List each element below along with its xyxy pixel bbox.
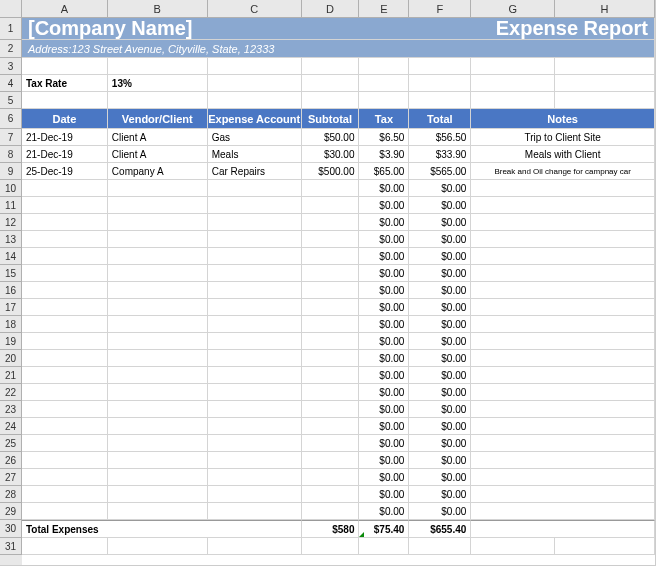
row-header-20[interactable]: 20 — [0, 350, 22, 367]
cell-vendor-22[interactable] — [108, 384, 208, 400]
cell-date-24[interactable] — [22, 418, 108, 434]
cell-subtotal-7[interactable]: $50.00 — [302, 129, 360, 145]
cell-date-16[interactable] — [22, 282, 108, 298]
cell-vendor-15[interactable] — [108, 265, 208, 281]
cell-notes-27[interactable] — [471, 469, 655, 485]
cell-date-12[interactable] — [22, 214, 108, 230]
cell-vendor-25[interactable] — [108, 435, 208, 451]
cell-date-15[interactable] — [22, 265, 108, 281]
column-header-e[interactable]: E — [359, 0, 409, 18]
cell-date-14[interactable] — [22, 248, 108, 264]
cell-3-7[interactable] — [555, 58, 655, 74]
row-header-28[interactable]: 28 — [0, 486, 22, 503]
cell-date-7[interactable]: 21-Dec-19 — [22, 129, 108, 145]
cell-date-21[interactable] — [22, 367, 108, 383]
cell-account-28[interactable] — [208, 486, 302, 502]
cell-subtotal-25[interactable] — [302, 435, 360, 451]
cell-notes-25[interactable] — [471, 435, 655, 451]
cell-vendor-17[interactable] — [108, 299, 208, 315]
cell-tax-15[interactable]: $0.00 — [359, 265, 409, 281]
cell-account-17[interactable] — [208, 299, 302, 315]
row-header-24[interactable]: 24 — [0, 418, 22, 435]
cell-vendor-12[interactable] — [108, 214, 208, 230]
cell-subtotal-17[interactable] — [302, 299, 360, 315]
cell-31-5[interactable] — [409, 538, 471, 554]
cell-total-9[interactable]: $565.00 — [409, 163, 471, 179]
row-header-19[interactable]: 19 — [0, 333, 22, 350]
cell-notes-22[interactable] — [471, 384, 655, 400]
cell-account-8[interactable]: Meals — [208, 146, 302, 162]
row-header-18[interactable]: 18 — [0, 316, 22, 333]
cell-account-10[interactable] — [208, 180, 302, 196]
cell-31-0[interactable] — [22, 538, 108, 554]
cell-subtotal-9[interactable]: $500.00 — [302, 163, 360, 179]
cell-tax-17[interactable]: $0.00 — [359, 299, 409, 315]
cell-3-6[interactable] — [471, 58, 555, 74]
cell-notes-9[interactable]: Break and Oil change for campnay car — [471, 163, 655, 179]
cell-notes-10[interactable] — [471, 180, 655, 196]
cell-3-4[interactable] — [359, 58, 409, 74]
cell-total-17[interactable]: $0.00 — [409, 299, 471, 315]
cell-3-2[interactable] — [208, 58, 302, 74]
cell-account-14[interactable] — [208, 248, 302, 264]
row-header-25[interactable]: 25 — [0, 435, 22, 452]
cell-subtotal-26[interactable] — [302, 452, 360, 468]
cell-account-7[interactable]: Gas — [208, 129, 302, 145]
column-header-d[interactable]: D — [302, 0, 360, 18]
cell-total-10[interactable]: $0.00 — [409, 180, 471, 196]
cell-4-4[interactable] — [359, 75, 409, 91]
row-header-12[interactable]: 12 — [0, 214, 22, 231]
cell-tax-18[interactable]: $0.00 — [359, 316, 409, 332]
row-header-30[interactable]: 30 — [0, 520, 22, 538]
column-header-c[interactable]: C — [208, 0, 302, 18]
cell-subtotal-8[interactable]: $30.00 — [302, 146, 360, 162]
cell-tax-13[interactable]: $0.00 — [359, 231, 409, 247]
row-header-16[interactable]: 16 — [0, 282, 22, 299]
cell-date-8[interactable]: 21-Dec-19 — [22, 146, 108, 162]
cell-account-27[interactable] — [208, 469, 302, 485]
cell-total-13[interactable]: $0.00 — [409, 231, 471, 247]
cell-tax-25[interactable]: $0.00 — [359, 435, 409, 451]
cell-notes-15[interactable] — [471, 265, 655, 281]
row-header-8[interactable]: 8 — [0, 146, 22, 163]
cell-total-15[interactable]: $0.00 — [409, 265, 471, 281]
cell-notes-13[interactable] — [471, 231, 655, 247]
cell-total-29[interactable]: $0.00 — [409, 503, 471, 519]
cell-3-1[interactable] — [108, 58, 208, 74]
cell-subtotal-12[interactable] — [302, 214, 360, 230]
cell-notes-12[interactable] — [471, 214, 655, 230]
cell-31-1[interactable] — [108, 538, 208, 554]
row-header-1[interactable]: 1 — [0, 18, 22, 40]
cell-date-10[interactable] — [22, 180, 108, 196]
cell-notes-19[interactable] — [471, 333, 655, 349]
cell-date-19[interactable] — [22, 333, 108, 349]
cell-31-3[interactable] — [302, 538, 360, 554]
cell-notes-29[interactable] — [471, 503, 655, 519]
company-name[interactable]: [Company Name] — [22, 18, 359, 39]
cell-account-13[interactable] — [208, 231, 302, 247]
cell-date-27[interactable] — [22, 469, 108, 485]
cell-total-26[interactable]: $0.00 — [409, 452, 471, 468]
cell-subtotal-23[interactable] — [302, 401, 360, 417]
row-header-3[interactable]: 3 — [0, 58, 22, 75]
row-header-13[interactable]: 13 — [0, 231, 22, 248]
cell-tax-29[interactable]: $0.00 — [359, 503, 409, 519]
cell-vendor-11[interactable] — [108, 197, 208, 213]
cell-date-26[interactable] — [22, 452, 108, 468]
cell-account-21[interactable] — [208, 367, 302, 383]
cell-3-0[interactable] — [22, 58, 108, 74]
cell-total-20[interactable]: $0.00 — [409, 350, 471, 366]
cell-5-7[interactable] — [555, 92, 655, 108]
error-indicator-icon[interactable] — [359, 532, 364, 537]
cell-tax-8[interactable]: $3.90 — [359, 146, 409, 162]
cell-vendor-18[interactable] — [108, 316, 208, 332]
cell-subtotal-15[interactable] — [302, 265, 360, 281]
cell-account-16[interactable] — [208, 282, 302, 298]
cell-date-22[interactable] — [22, 384, 108, 400]
cell-account-20[interactable] — [208, 350, 302, 366]
row-header-10[interactable]: 10 — [0, 180, 22, 197]
cell-notes-24[interactable] — [471, 418, 655, 434]
cell-notes-20[interactable] — [471, 350, 655, 366]
cell-total-22[interactable]: $0.00 — [409, 384, 471, 400]
column-header-h[interactable]: H — [555, 0, 655, 18]
